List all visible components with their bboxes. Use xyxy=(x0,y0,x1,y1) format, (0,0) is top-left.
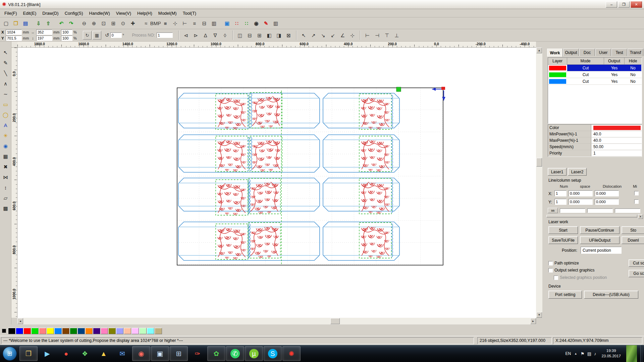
color-swatch[interactable] xyxy=(16,328,23,334)
y-scale-input[interactable] xyxy=(61,36,72,41)
scroll-right-button[interactable]: ► xyxy=(530,318,536,324)
offset-tool-icon[interactable]: ▱ xyxy=(1,193,10,202)
align-left-edge-icon[interactable]: ⊢ xyxy=(363,31,372,40)
add-node-icon[interactable]: ⊹ xyxy=(170,18,180,28)
color-swatch[interactable] xyxy=(155,328,162,334)
go-sc[interactable]: Go sc xyxy=(629,270,644,277)
color-swatch[interactable] xyxy=(23,328,31,334)
layer-row[interactable]: Cut Yes No xyxy=(548,71,642,78)
menu-item[interactable]: View(V) xyxy=(113,10,134,17)
lc-x-space-input[interactable] xyxy=(569,190,593,196)
savetoufile[interactable]: SaveToUFile xyxy=(548,236,578,244)
height-input[interactable] xyxy=(36,36,52,41)
skype-icon[interactable]: S xyxy=(264,346,282,361)
align-angle-icon[interactable]: ∠ xyxy=(338,31,347,40)
tray-flag-icon[interactable]: ⚑ xyxy=(581,351,585,356)
preview-monitor-icon[interactable]: ▣ xyxy=(222,18,232,28)
array-copy-tool-icon[interactable]: ▦ xyxy=(1,152,10,161)
color-swatch[interactable] xyxy=(70,328,77,334)
cut-sc[interactable]: Cut sc xyxy=(629,259,644,267)
option-checkbox-row[interactable]: Selected graphics position xyxy=(554,275,607,280)
lc-y-dislocation-input[interactable] xyxy=(595,199,619,205)
curve-edit-icon[interactable]: ≈ xyxy=(141,18,151,28)
tray-chevron-icon[interactable]: ▲ xyxy=(574,352,577,355)
color-swatch[interactable] xyxy=(139,328,147,334)
bmp-tool-icon[interactable]: BMP xyxy=(151,18,160,28)
trace-camera-icon[interactable]: ◉ xyxy=(252,18,261,28)
show-desktop-button[interactable] xyxy=(640,345,643,362)
aimp-player-icon[interactable]: ▲ xyxy=(95,346,113,361)
curve-tool-icon[interactable]: ∼ xyxy=(1,89,10,99)
export-icon[interactable]: ⇧ xyxy=(44,18,53,28)
lc-y-num-input[interactable] xyxy=(554,199,567,205)
ellipse-tool-icon[interactable]: ◯ xyxy=(1,110,10,119)
color-swatch[interactable] xyxy=(116,328,123,334)
color-swatch[interactable] xyxy=(31,328,39,334)
color-swatch[interactable] xyxy=(47,328,54,334)
downl[interactable]: Downl xyxy=(622,236,644,244)
utorrent-icon[interactable]: µ xyxy=(245,346,263,361)
show-direction-icon[interactable]: ⊲ xyxy=(181,31,191,40)
menu-item[interactable]: Model(M) xyxy=(155,10,180,17)
set-start-point-icon[interactable]: ∆ xyxy=(201,31,210,40)
delete-tool-icon[interactable]: ✖ xyxy=(1,162,10,171)
color-swatch[interactable] xyxy=(77,328,85,334)
align-center-icon[interactable]: ⊹ xyxy=(348,31,357,40)
layer-color-cell[interactable] xyxy=(548,71,567,78)
color-swatch[interactable] xyxy=(85,328,93,334)
y-position-input[interactable] xyxy=(6,36,22,41)
vertical-scrollbar[interactable]: ▲ ▼ xyxy=(536,48,542,318)
notes-app-icon[interactable]: ❖ xyxy=(76,346,94,361)
lc-x-num-input[interactable] xyxy=(554,190,567,196)
pan-view-icon[interactable]: ✚ xyxy=(128,18,138,28)
opera-browser-icon[interactable]: ● xyxy=(57,346,75,361)
open-file-icon[interactable]: ❐ xyxy=(11,18,20,28)
bitmap-tool-icon[interactable]: ◉ xyxy=(1,141,10,150)
undo-icon[interactable]: ↶ xyxy=(57,18,66,28)
weld-shapes-icon[interactable]: ⊞ xyxy=(255,31,264,40)
pause-continue[interactable]: Pause/Continue xyxy=(580,226,620,234)
layer-output-cell[interactable]: Yes xyxy=(604,71,625,78)
mini-field[interactable] xyxy=(587,208,613,213)
horizontal-scroll-thumb[interactable] xyxy=(330,318,340,324)
laser-marker-app-icon[interactable]: ✑ xyxy=(189,346,207,361)
leaf-app-icon[interactable]: ✿ xyxy=(207,346,225,361)
device-usb-auto-[interactable]: Device---(USB:Auto) xyxy=(584,291,638,299)
group-icon[interactable]: ◫ xyxy=(235,31,245,40)
rectangle-tool-icon[interactable]: ▭ xyxy=(1,100,10,109)
drawing-canvas[interactable] xyxy=(17,48,536,318)
close-curve-icon[interactable]: ∇ xyxy=(211,31,220,40)
menu-item[interactable]: Edit(E) xyxy=(20,10,40,17)
layer-color-cell[interactable] xyxy=(548,78,567,84)
rotate-copy-button[interactable]: ↻ xyxy=(83,31,92,40)
print-icon[interactable]: ⊟ xyxy=(200,18,209,28)
simulate-cut-icon[interactable]: ∷ xyxy=(242,18,251,28)
sto[interactable]: Sto xyxy=(622,226,644,234)
mini-tab[interactable]: aa xyxy=(548,208,558,213)
color-swatch[interactable] xyxy=(131,328,139,334)
color-swatch[interactable] xyxy=(101,328,108,334)
layer-row[interactable]: Cut Yes No xyxy=(548,78,642,85)
zoom-window-icon[interactable]: ⊡ xyxy=(99,18,108,28)
select-tool-icon[interactable]: ↖ xyxy=(1,48,10,57)
mirror-right-icon[interactable]: ◨ xyxy=(274,31,284,40)
array-copy-button[interactable]: ▦ xyxy=(93,31,101,40)
star-tool-icon[interactable]: ✳ xyxy=(1,131,10,140)
maximize-button[interactable]: ❐ xyxy=(618,1,630,8)
lc-y-mirror-checkbox[interactable] xyxy=(634,199,639,204)
backup-app-icon[interactable]: ▣ xyxy=(151,346,169,361)
layer-hide-cell[interactable]: No xyxy=(625,71,641,78)
align-bottom-right-icon[interactable]: ↘ xyxy=(319,31,328,40)
color-swatch[interactable] xyxy=(147,328,154,334)
measure-icon[interactable]: ⊢ xyxy=(180,18,190,28)
align-top-edge-icon[interactable]: ⊤ xyxy=(382,31,392,40)
menu-item[interactable]: File(F) xyxy=(1,10,20,17)
param-value[interactable]: 40.0 xyxy=(591,131,642,137)
start-button[interactable]: ⊞ xyxy=(3,347,17,361)
user[interactable]: User xyxy=(595,49,611,56)
align-bottom-edge-icon[interactable]: ⊥ xyxy=(392,31,401,40)
save-file-icon[interactable]: ▤ xyxy=(21,18,30,28)
menu-item[interactable]: Config(S) xyxy=(62,10,86,17)
taskbar-clock[interactable]: 19:39 23.05.2017 xyxy=(599,348,623,359)
layer-mode-cell[interactable]: Cut xyxy=(567,65,604,71)
